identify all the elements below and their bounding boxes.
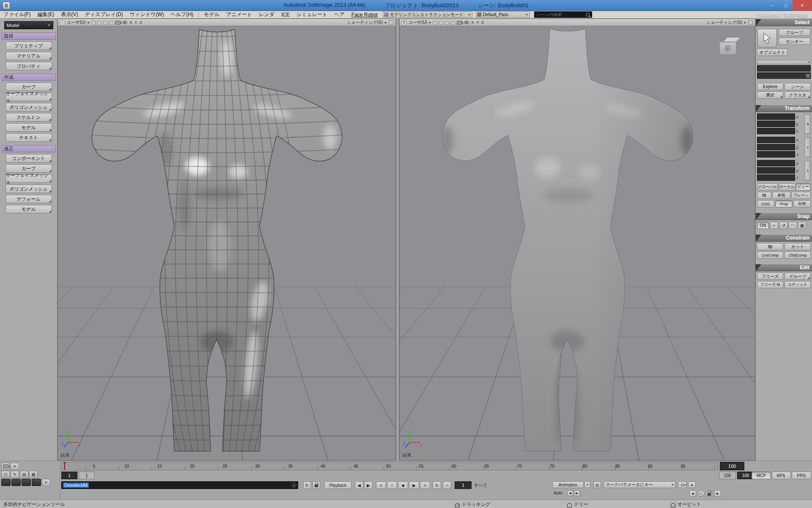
- section-get[interactable]: 取得: [2, 33, 56, 40]
- mark-key-select[interactable]: マークパラメータにキー ▾: [604, 481, 675, 488]
- auto-next-icon[interactable]: ▶: [574, 490, 580, 496]
- local-button[interactable]: ローカル: [779, 183, 795, 190]
- end-frame-box[interactable]: 100: [720, 462, 744, 470]
- viewport-memo-slot-1[interactable]: [91, 21, 96, 25]
- key-icon[interactable]: [678, 481, 686, 488]
- lock-toggle-icon[interactable]: [706, 490, 713, 497]
- viewport-memo-slot-4[interactable]: [451, 21, 455, 25]
- view-cube-front-face[interactable]: 前: [719, 42, 736, 55]
- edit-group-button[interactable]: グループ: [785, 273, 811, 280]
- viewport-memo-slot-1[interactable]: [433, 21, 437, 25]
- symmetry-button[interactable]: 対称: [793, 200, 811, 207]
- menu-ice[interactable]: ICE: [278, 12, 293, 18]
- group-button[interactable]: グループ: [779, 29, 810, 36]
- reference-button[interactable]: 参照: [772, 192, 790, 199]
- cog-button[interactable]: COG: [757, 200, 774, 207]
- button-text[interactable]: テキスト: [5, 133, 52, 142]
- record-options-icon[interactable]: C: [698, 490, 705, 497]
- animation-button[interactable]: Animation: [552, 481, 584, 488]
- loop-icon[interactable]: ↻: [433, 481, 441, 489]
- section-modify[interactable]: 修正: [2, 145, 56, 152]
- all-label[interactable]: すべて: [474, 483, 487, 489]
- scale-z-field[interactable]: [757, 128, 795, 134]
- button-skeleton[interactable]: スケルトン: [5, 113, 52, 121]
- chldcomp-button[interactable]: ChldComp: [785, 251, 811, 259]
- axis-y-toggle[interactable]: Y: [134, 20, 137, 25]
- edit-edit-button[interactable]: エディット: [785, 281, 811, 288]
- axis-z-toggle[interactable]: Z: [481, 20, 484, 25]
- freeze-button[interactable]: フリーズ: [757, 273, 783, 280]
- selection-display-field[interactable]: [757, 65, 811, 72]
- menu-simulate[interactable]: シミュレート: [293, 11, 331, 18]
- viewport-a-shading-menu[interactable]: シェーディング(S) ▼: [347, 19, 387, 25]
- end-range-field[interactable]: 100: [719, 472, 736, 479]
- up-arrow-button[interactable]: ▲: [688, 481, 696, 488]
- button-component[interactable]: コンポーネント: [5, 154, 52, 163]
- translate-mode-button[interactable]: t: [805, 161, 811, 180]
- selection-button[interactable]: 選択: [757, 91, 783, 99]
- menu-view[interactable]: 表示(V): [58, 11, 81, 18]
- memo-options-icon[interactable]: ≡: [42, 479, 50, 486]
- axis-z-toggle[interactable]: Z: [139, 20, 143, 25]
- current-frame-field[interactable]: 1: [455, 481, 472, 489]
- go-start-button[interactable]: «: [376, 481, 386, 489]
- camera-icon[interactable]: [457, 21, 462, 25]
- select-cursor-button[interactable]: [757, 29, 777, 47]
- spiral-icon[interactable]: ◎: [593, 481, 601, 488]
- audio-mute-icon[interactable]: ∩: [443, 481, 451, 489]
- construction-mode-select[interactable]: モデリングコンストラクションモード ▼: [383, 11, 472, 18]
- step-back-button[interactable]: ◀: [355, 481, 363, 489]
- annotate-pen-icon[interactable]: ✎: [11, 471, 19, 478]
- center-button[interactable]: センター: [779, 38, 810, 45]
- visibility-eye-icon[interactable]: [122, 21, 127, 24]
- camera-memo-icon[interactable]: [1, 463, 10, 470]
- menu-animate[interactable]: アニメート: [223, 11, 255, 18]
- start-range-field[interactable]: 1: [79, 472, 95, 479]
- toolbar-mode-select[interactable]: Model ▼: [4, 21, 53, 29]
- scale-y-field[interactable]: [757, 121, 795, 127]
- viewport-b-camera-menu[interactable]: ユーザ(U) ▼: [409, 19, 431, 25]
- view-memo-slot-3[interactable]: [22, 479, 31, 486]
- button-polygon-mesh[interactable]: ポリゴンメッシュ: [5, 103, 52, 111]
- rotate-y-field[interactable]: [757, 144, 795, 150]
- menu-edit[interactable]: 編集(E): [34, 11, 58, 18]
- menu-face-robot[interactable]: Face Robot: [348, 12, 381, 18]
- section-create[interactable]: 作成: [2, 74, 56, 81]
- button-curve[interactable]: カーブ: [5, 83, 52, 91]
- rotate-x-field[interactable]: [757, 137, 795, 143]
- selection-filter-combo[interactable]: ▾: [757, 60, 811, 64]
- snap-arc-icon[interactable]: ◠: [789, 222, 797, 229]
- command-field[interactable]: DeselectAll ▾: [61, 481, 298, 489]
- scene-button[interactable]: シーン: [785, 83, 811, 90]
- viewport-splitter[interactable]: [396, 19, 399, 461]
- explore-button[interactable]: Explore: [757, 83, 783, 90]
- snap-grid-icon[interactable]: ▦: [798, 222, 806, 229]
- view-memo-slot-4[interactable]: [32, 479, 41, 486]
- button-model[interactable]: モデル: [5, 123, 52, 132]
- playback-button[interactable]: Playback: [324, 481, 351, 489]
- playhead[interactable]: [64, 462, 65, 470]
- button-modify-surface-mesh[interactable]: サーフェイスメッシュ: [5, 174, 52, 183]
- scale-x-field[interactable]: [757, 113, 795, 120]
- selection-options-icon[interactable]: [806, 74, 809, 77]
- axis-y-toggle[interactable]: Y: [476, 20, 479, 25]
- button-modify-polygon-mesh[interactable]: ポリゴンメッシュ: [5, 185, 52, 193]
- viewport-memo-slot-3[interactable]: [103, 21, 107, 25]
- view-cube[interactable]: 前: [719, 37, 736, 55]
- snap-point-icon[interactable]: •: [770, 222, 778, 229]
- auto-prev-icon[interactable]: ◀: [567, 490, 573, 496]
- step-forward-button[interactable]: ▶: [364, 481, 373, 489]
- button-material[interactable]: マテリアル: [5, 52, 52, 60]
- layout-icon[interactable]: ◫: [1, 471, 10, 478]
- menu-hair[interactable]: ヘア: [331, 11, 348, 18]
- view-button[interactable]: ビュー: [796, 183, 811, 190]
- viewport-b-canvas[interactable]: 前 Y X Z 結果: [399, 26, 755, 461]
- viewport-memo-slot-2[interactable]: [97, 21, 102, 25]
- grid-icon[interactable]: ▦: [29, 471, 38, 478]
- viewport-b-letter[interactable]: B: [401, 20, 407, 25]
- viewport-memo-slot-3[interactable]: [445, 21, 449, 25]
- menu-file[interactable]: ファイル(F): [0, 11, 34, 18]
- viewport-memo-slot-2[interactable]: [439, 21, 443, 25]
- visibility-eye-icon[interactable]: [464, 21, 469, 24]
- prev-key-button[interactable]: ‹: [387, 481, 397, 489]
